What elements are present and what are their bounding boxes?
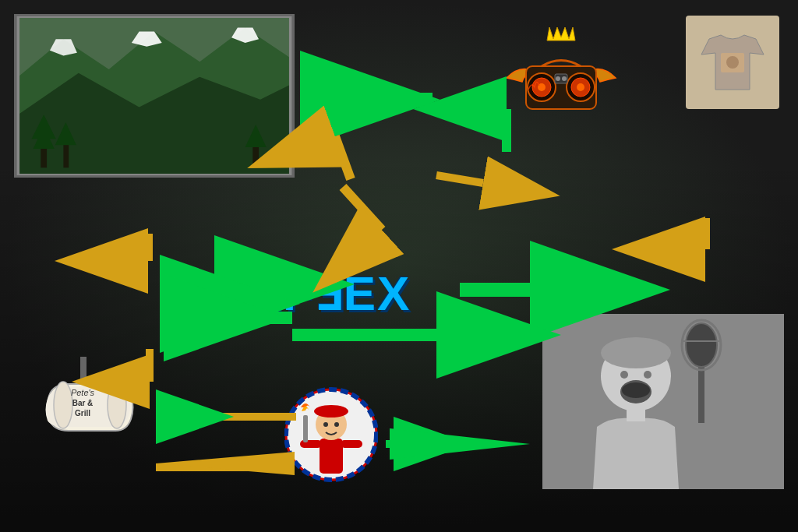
reflex-logo-area: REFℲEX — [171, 265, 452, 318]
svg-point-51 — [601, 337, 671, 368]
svg-point-21 — [577, 83, 584, 91]
boombox-icon — [499, 23, 623, 125]
env-inspiration-text — [304, 199, 444, 227]
wildlife-charities-text — [304, 27, 444, 73]
designers-support-text — [394, 430, 522, 458]
svg-text:Pete's: Pete's — [71, 388, 95, 397]
svg-point-41 — [337, 407, 344, 413]
svg-rect-9 — [63, 141, 69, 167]
designers-work-text — [152, 442, 281, 455]
artists-earn-text — [659, 167, 791, 224]
svg-point-43 — [334, 422, 339, 427]
svg-marker-14 — [547, 27, 575, 41]
artists-promote-text — [152, 410, 281, 424]
svg-point-23 — [556, 76, 560, 81]
env-wildlife-subtitle — [14, 201, 279, 229]
env-wildlife-image — [14, 14, 295, 178]
svg-rect-38 — [341, 440, 362, 448]
svg-rect-44 — [303, 415, 308, 442]
svg-point-42 — [323, 422, 328, 427]
svg-point-53 — [644, 371, 651, 379]
sponsors-sign-image: Pete's Bar & Grill — [22, 357, 115, 458]
music-published-text — [475, 160, 592, 216]
svg-point-52 — [620, 371, 628, 379]
reflex-earns-text — [312, 148, 444, 176]
svg-point-47 — [686, 323, 717, 367]
svg-text:Bar &: Bar & — [72, 399, 94, 407]
svg-text:Grill: Grill — [75, 409, 90, 417]
svg-point-30 — [108, 382, 126, 428]
musical-artists-image — [542, 314, 784, 489]
svg-rect-56 — [627, 406, 645, 421]
svg-rect-36 — [320, 439, 343, 474]
svg-point-27 — [726, 56, 739, 69]
reflex-logo: REFℲEX — [213, 265, 411, 322]
designers-mascot-image — [284, 384, 378, 485]
sponsors-fund-designers-text — [152, 495, 277, 508]
svg-point-55 — [622, 382, 650, 398]
svg-point-24 — [562, 76, 567, 81]
svg-point-29 — [54, 382, 72, 428]
merch-shirt-image — [686, 16, 779, 109]
svg-marker-81 — [156, 452, 295, 475]
